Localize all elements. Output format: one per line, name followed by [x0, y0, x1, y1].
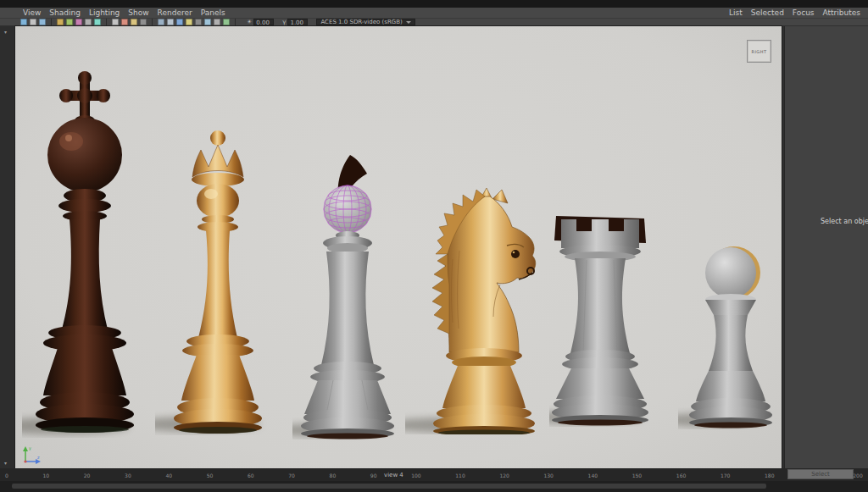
motion-blur-icon[interactable]	[214, 19, 220, 25]
attribute-editor-menu-item[interactable]: Selected	[747, 8, 788, 18]
shaded-icon[interactable]	[167, 19, 174, 25]
time-tick-label: 150	[632, 473, 642, 479]
separator[interactable]	[106, 19, 107, 25]
snap-to-grid-icon[interactable]	[57, 19, 64, 25]
time-slider[interactable]: 0102030405060708090100110120130140150160…	[5, 473, 863, 479]
panel-menu-item[interactable]: Panels	[197, 8, 230, 18]
time-tick-label: 180	[765, 473, 774, 479]
construction-history-icon[interactable]	[112, 19, 119, 25]
chess-piece-queen[interactable]	[155, 126, 282, 435]
axis-y-label: y	[29, 445, 31, 451]
chess-piece-pawn[interactable]	[678, 244, 782, 429]
gamma-icon[interactable]: γ	[282, 19, 286, 26]
time-tick-label: 60	[248, 473, 254, 479]
gamma-field[interactable]: 1.00	[287, 19, 308, 25]
time-tick-label: 30	[125, 473, 131, 479]
attribute-editor-panel: Select an object in the	[784, 26, 868, 468]
colorspace-dropdown[interactable]: ACES 1.0 SDR-video (sRGB)	[316, 19, 415, 25]
separator[interactable]	[152, 19, 153, 25]
separator[interactable]	[51, 19, 52, 25]
chess-piece-knight[interactable]	[405, 183, 545, 434]
attribute-editor-menu-item[interactable]: Focus	[788, 8, 819, 18]
range-slider-bar[interactable]	[12, 484, 766, 489]
window-top-band	[0, 0, 868, 8]
time-tick-label: 100	[411, 473, 420, 479]
chess-piece-rook[interactable]	[549, 214, 656, 427]
selected-sphere-primitive[interactable]	[324, 185, 371, 233]
time-tick-label: 170	[721, 473, 730, 479]
time-slider-area: view 4 010203040506070809010011012013014…	[0, 468, 868, 492]
render-settings-icon[interactable]	[140, 19, 147, 25]
collapse-top-chevron-icon[interactable]: ▾	[4, 29, 7, 35]
shadows-icon[interactable]	[195, 19, 202, 25]
screen-space-ao-icon[interactable]	[204, 19, 211, 25]
camera-plate-text: RIGHT	[751, 49, 766, 54]
select-button-label: Select	[811, 471, 830, 478]
snap-to-point-icon[interactable]	[75, 19, 82, 25]
chevron-down-icon	[406, 21, 411, 24]
exposure-field[interactable]: 0.00	[253, 19, 274, 25]
time-tick-label: 200	[853, 473, 862, 479]
panel-menu-item[interactable]: Show	[124, 8, 153, 18]
panel-menu-item[interactable]: View	[19, 8, 45, 18]
time-tick-label: 80	[330, 473, 337, 479]
collapse-bottom-chevron-icon[interactable]: ▾	[4, 460, 7, 466]
time-tick-label: 110	[455, 473, 465, 479]
separator[interactable]	[235, 19, 236, 25]
viewport-right-camera[interactable]: RIGHT y z	[15, 26, 782, 468]
open-render-view-icon[interactable]	[121, 19, 128, 25]
textured-icon[interactable]	[176, 19, 183, 25]
colorspace-label: ACES 1.0 SDR-video (sRGB)	[320, 19, 402, 25]
use-all-lights-icon[interactable]	[186, 19, 192, 25]
make-live-icon[interactable]	[94, 19, 101, 25]
time-tick-label: 120	[499, 473, 509, 479]
attribute-editor-menu-item[interactable]: List	[725, 8, 747, 18]
panel-menu-item[interactable]: Shading	[45, 8, 85, 18]
snap-to-plane-icon[interactable]	[85, 19, 92, 25]
select-by-hierarchy-icon[interactable]	[20, 19, 27, 25]
time-tick-label: 130	[543, 473, 553, 479]
time-tick-label: 160	[676, 473, 686, 479]
range-slider-row	[0, 481, 868, 492]
viewport-panel-menus: ViewShadingLightingShowRendererPanels	[0, 8, 230, 18]
attribute-editor-menu-item[interactable]: Attributes	[819, 8, 865, 18]
ipr-render-icon[interactable]	[131, 19, 137, 25]
viewport-toolbar: ☀ 0.00 γ 1.00 ACES 1.0 SDR-video (sRGB)	[0, 19, 868, 26]
axis-z-label: z	[37, 455, 40, 460]
time-tick-label: 0	[5, 473, 8, 479]
time-tick-label: 10	[42, 473, 49, 479]
attribute-editor-message: Select an object in the	[821, 218, 868, 225]
camera-plate-label: RIGHT	[747, 40, 771, 63]
time-tick-label: 70	[288, 473, 295, 479]
time-tick-label: 20	[84, 473, 91, 479]
wireframe-icon[interactable]	[158, 19, 164, 25]
time-tick-label: 140	[588, 473, 598, 479]
select-by-component-icon[interactable]	[39, 19, 46, 25]
panel-menu-item[interactable]: Renderer	[153, 8, 197, 18]
viewport-toolbar-icons	[20, 19, 238, 25]
exposure-icon[interactable]: ☀	[247, 19, 252, 26]
select-by-object-icon[interactable]	[30, 19, 36, 25]
view-axis-gizmo[interactable]: y z	[19, 444, 44, 466]
time-tick-label: 50	[207, 473, 214, 479]
panel-menu-item[interactable]: Lighting	[85, 8, 124, 18]
attribute-editor-menus: ListSelectedFocusAttributes	[725, 8, 868, 18]
multisample-icon[interactable]	[223, 19, 230, 25]
time-tick-label: 90	[370, 473, 377, 479]
view-name-label: view 4	[380, 471, 408, 479]
left-panel-strip: ▾ ▾	[0, 26, 15, 468]
snap-to-curve-icon[interactable]	[66, 19, 73, 25]
panel-menu-bar: ViewShadingLightingShowRendererPanels Li…	[0, 8, 868, 19]
chess-piece-bishop[interactable]	[292, 153, 407, 439]
time-tick-label: 40	[165, 473, 172, 479]
select-button[interactable]: Select	[787, 469, 854, 479]
chess-piece-king[interactable]	[22, 70, 149, 438]
